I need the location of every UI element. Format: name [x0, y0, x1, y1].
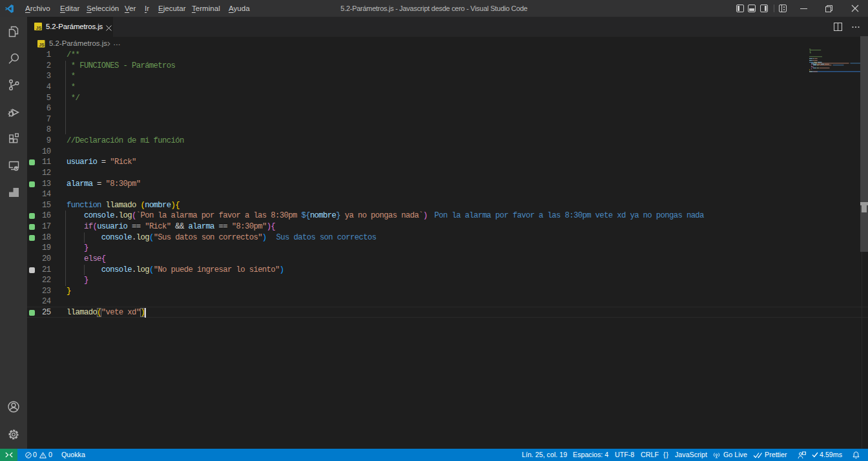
svg-text:JS: JS	[36, 25, 41, 30]
svg-text:JS: JS	[39, 43, 45, 47]
